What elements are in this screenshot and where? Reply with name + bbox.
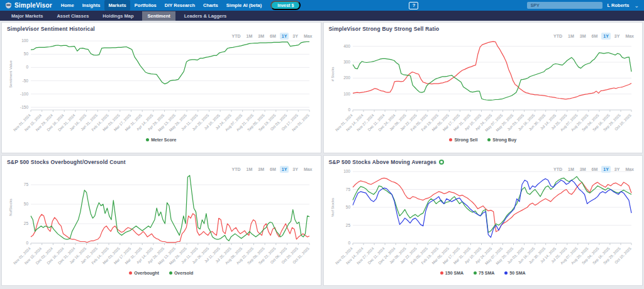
range-button-1y[interactable]: 1Y	[280, 33, 289, 40]
subnav-major-markets[interactable]: Major Markets	[6, 11, 48, 21]
panel-overbought-oversold: S&P 500 Stocks Overbought/Oversold Count…	[1, 155, 321, 286]
range-button-3m[interactable]: 3M	[256, 33, 266, 40]
nav-insights[interactable]: Insights	[79, 0, 104, 11]
nav-markets[interactable]: Markets	[104, 0, 130, 11]
svg-text:-100: -100	[20, 92, 28, 96]
range-button-max[interactable]: Max	[623, 33, 636, 40]
svg-text:50: 50	[24, 202, 29, 206]
range-button-max[interactable]: Max	[623, 166, 636, 173]
range-button-3m[interactable]: 3M	[578, 166, 588, 173]
legend-dot-icon	[487, 138, 491, 141]
svg-text:25: 25	[24, 221, 29, 226]
svg-text:300: 300	[343, 60, 350, 64]
range-button-max[interactable]: Max	[302, 33, 314, 40]
user-name[interactable]: L Roberts	[608, 3, 630, 8]
range-selector: YTD1M3M6M1Y3YMax	[552, 33, 636, 40]
legend-dot-icon	[169, 271, 172, 275]
svg-text:50: 50	[24, 52, 29, 56]
legend-item-50-sma[interactable]: 50 SMA	[504, 271, 525, 275]
chart-title-sentiment-historical: SimpleVisor Sentiment Historical	[7, 26, 316, 32]
svg-text:75: 75	[345, 187, 350, 191]
range-button-3y[interactable]: 3Y	[291, 166, 300, 173]
legend-item-oversold[interactable]: Oversold	[169, 271, 193, 275]
nav-simple-ai-beta[interactable]: Simple AI (beta)	[223, 0, 265, 11]
range-button-1m[interactable]: 1M	[566, 166, 576, 173]
legend-label: Strong Buy	[492, 138, 516, 142]
range-button-6m[interactable]: 6M	[268, 33, 278, 40]
svg-text:0: 0	[348, 107, 350, 112]
range-button-ytd[interactable]: YTD	[552, 166, 564, 173]
subnav-holdings-map[interactable]: Holdings Map	[97, 11, 138, 21]
panel-strong-buy-sell-ratio: SimpleVisor Strong Buy Strong Sell Ratio…	[323, 22, 643, 153]
legend-dot-icon	[440, 271, 443, 275]
legend-item-150-sma[interactable]: 150 SMA	[440, 271, 464, 275]
subnav-leaders-laggers[interactable]: Leaders & Laggers	[179, 11, 232, 21]
svg-text:100: 100	[343, 169, 350, 173]
range-button-1m[interactable]: 1M	[566, 33, 576, 40]
chart-canvas: 0255075Nov 01, 2024Nov 15, 2024Dec 02, 2…	[7, 166, 316, 272]
nav-portfolios[interactable]: Portfolios	[131, 0, 160, 11]
nav-charts[interactable]: Charts	[199, 0, 222, 11]
svg-text:-150: -150	[20, 105, 28, 109]
range-button-max[interactable]: Max	[302, 166, 314, 173]
legend-label: Overbought	[134, 271, 159, 275]
invest-button[interactable]: Invest $	[270, 1, 301, 10]
info-icon[interactable]	[439, 160, 444, 165]
subnav-asset-classes[interactable]: Asset Classes	[52, 11, 94, 21]
svg-text:Sentiment Value: Sentiment Value	[9, 60, 13, 88]
range-button-6m[interactable]: 6M	[590, 166, 600, 173]
chart-canvas: 100500-50-100-150Nov 01, 2024Nov 15, 202…	[7, 33, 316, 139]
dashboard-grid: SimpleVisor Sentiment Historical YTD1M3M…	[0, 21, 644, 287]
range-button-6m[interactable]: 6M	[268, 166, 278, 173]
range-button-1y[interactable]: 1Y	[601, 166, 611, 173]
legend-label: 75 SMA	[479, 271, 494, 275]
svg-text:0: 0	[26, 241, 28, 245]
nav-home[interactable]: Home	[57, 0, 78, 11]
range-button-3m[interactable]: 3M	[578, 33, 588, 40]
panel-sentiment-historical: SimpleVisor Sentiment Historical YTD1M3M…	[1, 22, 321, 153]
svg-text:200: 200	[343, 75, 350, 80]
svg-text:NofStocks: NofStocks	[9, 199, 13, 215]
legend-label: 50 SMA	[509, 271, 525, 275]
range-button-ytd[interactable]: YTD	[230, 33, 243, 40]
legend-dot-icon	[474, 271, 477, 275]
chart-title-strong-buy-sell: SimpleVisor Strong Buy Strong Sell Ratio	[329, 26, 638, 32]
range-button-3y[interactable]: 3Y	[291, 33, 300, 40]
range-button-ytd[interactable]: YTD	[552, 33, 564, 40]
range-button-1m[interactable]: 1M	[245, 33, 255, 40]
legend-dot-icon	[504, 271, 508, 275]
legend-item-meter-score[interactable]: Meter Score	[146, 138, 176, 142]
range-button-ytd[interactable]: YTD	[230, 166, 243, 173]
help-icon[interactable]: ?	[409, 2, 418, 9]
chart-title-above-moving-averages: S&P 500 Stocks Above Moving Averages	[329, 159, 638, 165]
nav-diy-research[interactable]: DIY Research	[161, 0, 199, 11]
legend-label: 150 SMA	[445, 271, 464, 275]
range-button-1y[interactable]: 1Y	[601, 33, 611, 40]
legend-item-75-sma[interactable]: 75 SMA	[474, 271, 494, 275]
svg-text:50: 50	[345, 205, 350, 209]
legend-item-strong-buy[interactable]: Strong Buy	[487, 138, 516, 142]
range-button-1y[interactable]: 1Y	[280, 166, 289, 173]
svg-text:# Stocks: # Stocks	[331, 67, 335, 81]
range-button-3m[interactable]: 3M	[256, 166, 266, 173]
svg-text:100: 100	[343, 92, 350, 96]
range-button-3y[interactable]: 3Y	[613, 166, 622, 173]
sentiment-historical-chart: 100500-50-100-150Nov 01, 2024Nov 15, 202…	[7, 33, 316, 141]
subnav-sentiment[interactable]: Sentiment	[142, 11, 175, 21]
legend-dot-icon	[129, 271, 132, 275]
range-button-6m[interactable]: 6M	[590, 33, 600, 40]
above-moving-averages-chart: 0255075100Nov 01, 2024Nov 14, 2024Nov 27…	[329, 166, 638, 275]
app-logo[interactable]: SimpleVisor	[5, 2, 52, 9]
chart-title-overbought-oversold: S&P 500 Stocks Overbought/Oversold Count	[7, 159, 316, 165]
range-button-1m[interactable]: 1M	[245, 166, 255, 173]
svg-text:100: 100	[21, 38, 28, 43]
svg-text:0: 0	[26, 65, 28, 69]
simplevisor-logo-icon	[5, 2, 12, 9]
range-button-3y[interactable]: 3Y	[613, 33, 622, 40]
chevron-down-icon[interactable]: ⌄	[634, 4, 639, 8]
strong-buy-sell-chart: 0100200300400Nov 01, 2024Nov 14, 2024Nov…	[329, 33, 638, 141]
search-input[interactable]	[527, 2, 602, 9]
legend-item-strong-sell[interactable]: Strong Sell	[449, 138, 477, 142]
legend-item-overbought[interactable]: Overbought	[129, 271, 159, 275]
legend-label: Strong Sell	[454, 138, 477, 142]
